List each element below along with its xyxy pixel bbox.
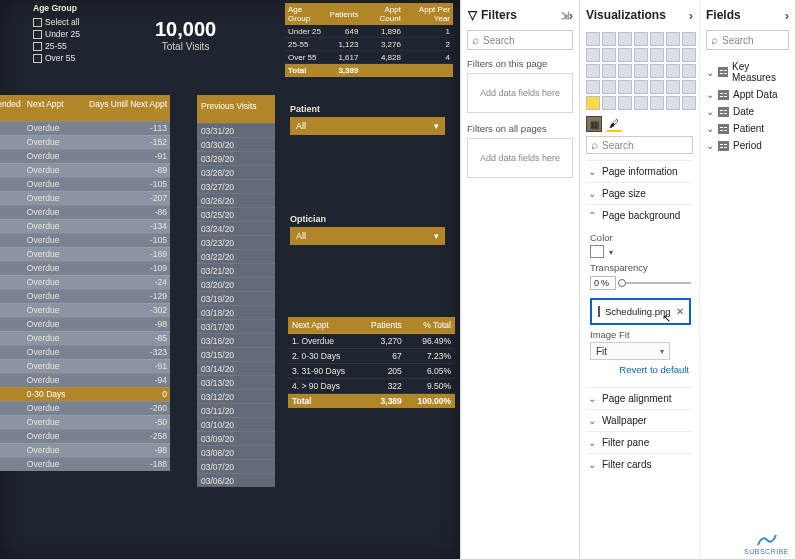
viz-type-icon[interactable] [602,48,616,62]
fields-tab-icon[interactable]: ▦ [586,116,602,132]
table-row[interactable]: /20Overdue-91 [0,149,170,163]
list-item[interactable]: 03/13/20 [197,375,275,389]
viz-type-icon[interactable] [634,80,648,94]
table-row[interactable]: 2. 0-30 Days677.23% [288,349,455,364]
table-row[interactable]: 25-551,1233,2762 [285,38,453,51]
table-row[interactable]: /20Overdue-98 [0,443,170,457]
table-row[interactable]: /20Overdue-86 [0,205,170,219]
viz-type-icon[interactable] [602,32,616,46]
table-row[interactable]: /20Overdue-50 [0,415,170,429]
close-icon[interactable]: ✕ [676,306,684,317]
list-item[interactable]: 03/24/20 [197,221,275,235]
table-row[interactable]: /20Overdue-207 [0,191,170,205]
table-row[interactable]: /20Overdue-91 [0,359,170,373]
viz-type-icon[interactable] [682,96,696,110]
fields-search[interactable]: Search [706,30,789,50]
list-item[interactable]: 03/12/20 [197,389,275,403]
list-item[interactable]: 03/21/20 [197,263,275,277]
list-item[interactable]: 03/15/20 [197,347,275,361]
viz-type-icon[interactable] [602,80,616,94]
viz-search[interactable]: Search [586,136,693,154]
field-table[interactable]: Appt Data [706,86,789,103]
acc-filter-pane[interactable]: Filter pane [586,431,693,453]
table-row[interactable]: /20Overdue-113 [0,121,170,135]
checkbox-icon[interactable] [33,18,42,27]
viz-type-icon[interactable] [586,48,600,62]
field-table[interactable]: Date [706,103,789,120]
format-tab-icon[interactable]: 🖌 [606,116,622,132]
age-group-slicer[interactable]: Age Group Select all Under 25 25-55 Over… [33,2,80,64]
list-item[interactable]: 03/06/20 [197,473,275,487]
list-item[interactable]: 03/22/20 [197,249,275,263]
table-row[interactable]: /20Overdue-94 [0,373,170,387]
viz-type-icon[interactable] [602,96,616,110]
list-item[interactable]: 03/18/20 [197,305,275,319]
age-matrix[interactable]: Age Group Patients Appt Count Appt Per Y… [285,3,453,77]
transparency-input[interactable]: 0% [590,276,616,290]
list-item[interactable]: 03/30/20 [197,137,275,151]
checkbox-icon[interactable] [33,54,42,63]
viz-type-icon[interactable] [666,64,680,78]
collapse-icon[interactable] [689,8,693,23]
list-item[interactable]: 03/19/20 [197,291,275,305]
table-row[interactable]: /19Overdue-323 [0,345,170,359]
filters-dropzone[interactable]: Add data fields here [467,138,573,178]
list-item[interactable]: 03/27/20 [197,179,275,193]
table-row[interactable]: /19Overdue-302 [0,303,170,317]
list-item[interactable]: 03/10/20 [197,417,275,431]
table-row[interactable]: Over 551,6174,8284 [285,51,453,64]
table-row[interactable]: /20Overdue-169 [0,247,170,261]
list-item[interactable]: 03/25/20 [197,207,275,221]
field-table[interactable]: Patient [706,120,789,137]
table-row[interactable]: /20Overdue-98 [0,317,170,331]
filters-search[interactable]: Search [467,30,573,50]
table-row[interactable]: /20Overdue-85 [0,331,170,345]
viz-type-icon[interactable] [650,64,664,78]
acc-page-background[interactable]: Page background [586,204,693,226]
table-row[interactable]: 3. 31-90 Days2056.05% [288,364,455,379]
table-row[interactable]: /20Overdue-89 [0,163,170,177]
table-row[interactable]: /19Overdue-258 [0,429,170,443]
list-item[interactable]: 03/14/20 [197,361,275,375]
list-item[interactable]: 03/20/20 [197,277,275,291]
list-item[interactable]: 03/29/20 [197,151,275,165]
viz-type-icon[interactable] [650,48,664,62]
list-item[interactable]: 03/28/20 [197,165,275,179]
viz-type-icon[interactable] [618,32,632,46]
viz-gallery[interactable] [586,32,693,110]
viz-type-icon[interactable] [634,48,648,62]
viz-type-icon[interactable] [650,96,664,110]
table-row[interactable]: /20Overdue-188 [0,457,170,471]
acc-wallpaper[interactable]: Wallpaper [586,409,693,431]
table-row[interactable]: 1. Overdue3,27096.49% [288,334,455,349]
patient-dropdown[interactable]: Patient All [290,104,445,135]
viz-type-icon[interactable] [666,32,680,46]
list-item[interactable]: 03/09/20 [197,431,275,445]
optician-dropdown[interactable]: Optician All [290,214,445,245]
viz-type-icon[interactable] [666,48,680,62]
field-table[interactable]: Key Measures [706,58,789,86]
list-item[interactable]: 03/08/20 [197,445,275,459]
dropdown-value[interactable]: All [290,117,445,135]
viz-type-icon[interactable] [634,64,648,78]
field-table[interactable]: Period [706,137,789,154]
appointments-table[interactable]: mmended Next Appt Days Until Next Appt /… [0,95,170,471]
list-item[interactable]: 03/07/20 [197,459,275,473]
viz-type-icon[interactable] [586,80,600,94]
table-row[interactable]: /19Overdue-260 [0,401,170,415]
color-picker[interactable] [590,245,691,258]
color-swatch[interactable] [590,245,604,258]
list-item[interactable]: 03/26/20 [197,193,275,207]
list-item[interactable]: 03/31/20 [197,123,275,137]
viz-type-icon[interactable] [634,32,648,46]
viz-type-icon[interactable] [634,96,648,110]
acc-page-size[interactable]: Page size [586,182,693,204]
list-item[interactable]: 03/23/20 [197,235,275,249]
viz-type-icon[interactable] [586,32,600,46]
filters-dropzone[interactable]: Add data fields here [467,73,573,113]
table-row[interactable]: /200-30 Days0 [0,387,170,401]
viz-type-icon[interactable] [666,96,680,110]
viz-type-icon[interactable] [618,96,632,110]
previous-visits-list[interactable]: Previous Visits 03/31/2003/30/2003/29/20… [197,95,275,487]
viz-type-icon[interactable] [586,64,600,78]
